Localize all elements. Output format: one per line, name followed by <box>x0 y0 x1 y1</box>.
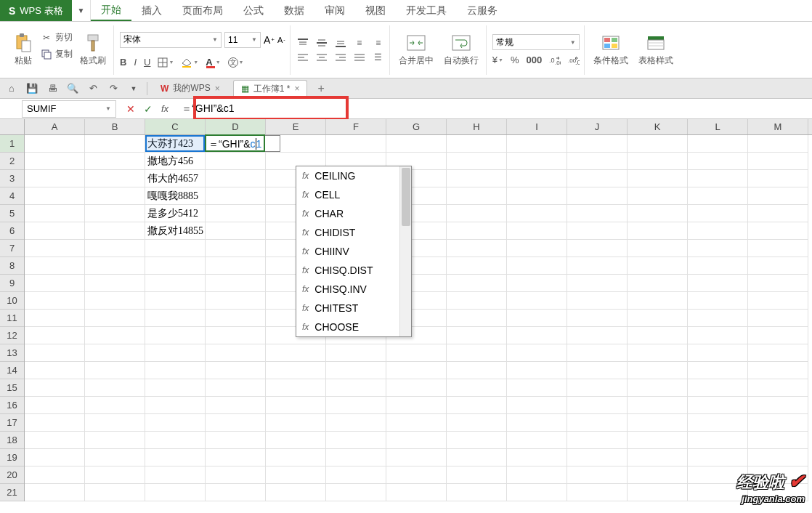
cell-K1[interactable] <box>628 135 688 153</box>
cell-L19[interactable] <box>688 449 748 466</box>
font-size-select[interactable]: 11▼ <box>224 32 261 48</box>
format-painter-button[interactable]: 格式刷 <box>77 31 109 68</box>
merge-center-button[interactable]: 合并居中 <box>396 31 437 68</box>
cell-E21[interactable] <box>266 484 326 501</box>
cell-J1[interactable] <box>567 135 628 153</box>
border-button[interactable]: ▼ <box>158 57 174 68</box>
cell-L8[interactable] <box>688 257 748 275</box>
col-header-L[interactable]: L <box>688 119 748 134</box>
align-right-button[interactable] <box>334 52 347 62</box>
cell-A19[interactable] <box>25 449 85 466</box>
row-header-20[interactable]: 20 <box>0 466 24 484</box>
cut-button[interactable]: ✂ 剪切 <box>41 31 73 44</box>
cell-C20[interactable] <box>145 466 206 484</box>
cell-E15[interactable] <box>266 379 326 397</box>
cell-H10[interactable] <box>447 292 507 310</box>
cell-K6[interactable] <box>628 222 688 240</box>
col-header-I[interactable]: I <box>507 119 567 134</box>
cell-D19[interactable] <box>206 449 266 466</box>
qat-undo-icon[interactable]: ↶ <box>86 81 100 96</box>
cell-C15[interactable] <box>145 379 206 397</box>
cell-A3[interactable] <box>25 170 85 187</box>
fx-button[interactable]: fx <box>161 103 169 114</box>
cell-I7[interactable] <box>507 240 567 257</box>
cell-L12[interactable] <box>688 327 748 344</box>
cell-B17[interactable] <box>85 414 145 432</box>
row-header-9[interactable]: 9 <box>0 275 24 292</box>
cell-G17[interactable] <box>386 414 447 432</box>
function-autocomplete[interactable]: fxCEILINGfxCELLfxCHARfxCHIDISTfxCHIINVfx… <box>296 166 412 337</box>
ac-item-chitest[interactable]: fxCHITEST <box>296 299 411 318</box>
row-header-11[interactable]: 11 <box>0 310 24 327</box>
app-menu-caret[interactable]: ▼ <box>72 0 92 21</box>
cell-C10[interactable] <box>145 292 206 310</box>
cell-D4[interactable] <box>206 187 266 205</box>
comma-button[interactable]: 000 <box>526 54 542 65</box>
cell-M17[interactable] <box>748 414 808 432</box>
cell-E14[interactable] <box>266 362 326 379</box>
cell-A6[interactable] <box>25 222 85 240</box>
cell-H1[interactable] <box>447 135 507 153</box>
decrease-decimal-button[interactable]: .00.0 <box>568 55 580 65</box>
circled-text-button[interactable]: 文 ▼ <box>228 57 244 68</box>
cell-J14[interactable] <box>567 362 628 379</box>
currency-button[interactable]: ¥▼ <box>492 54 503 65</box>
cell-I10[interactable] <box>507 292 567 310</box>
row-header-14[interactable]: 14 <box>0 362 24 379</box>
copy-button[interactable]: 复制 <box>41 48 73 60</box>
cell-G14[interactable] <box>386 362 447 379</box>
cell-B3[interactable] <box>85 170 145 187</box>
cell-M2[interactable] <box>748 153 808 170</box>
cell-D16[interactable] <box>206 397 266 414</box>
qat-more-caret[interactable]: ▼ <box>126 81 141 96</box>
cell-K3[interactable] <box>628 170 688 187</box>
cell-K17[interactable] <box>628 414 688 432</box>
cell-M13[interactable] <box>748 344 808 362</box>
cells-area[interactable]: 大苏打423撒地方456伟大的4657嘎嘎我8885是多少5412撒反对1485… <box>25 135 812 501</box>
cell-J2[interactable] <box>567 153 628 170</box>
name-box[interactable]: SUMIF ▼ <box>22 100 116 118</box>
cell-H14[interactable] <box>447 362 507 379</box>
close-icon[interactable]: × <box>294 84 299 94</box>
cell-A12[interactable] <box>25 327 85 344</box>
cell-C9[interactable] <box>145 275 206 292</box>
cell-D9[interactable] <box>206 275 266 292</box>
cell-H19[interactable] <box>447 449 507 466</box>
bold-button[interactable]: B <box>120 57 126 68</box>
cell-M5[interactable] <box>748 205 808 222</box>
cell-K15[interactable] <box>628 379 688 397</box>
cell-I18[interactable] <box>507 432 567 449</box>
row-header-2[interactable]: 2 <box>0 153 24 170</box>
col-header-H[interactable]: H <box>447 119 507 134</box>
cell-D3[interactable] <box>206 170 266 187</box>
cell-A8[interactable] <box>25 257 85 275</box>
cell-H4[interactable] <box>447 187 507 205</box>
cell-A21[interactable] <box>25 484 85 501</box>
row-header-15[interactable]: 15 <box>0 379 24 397</box>
tab-review[interactable]: 审阅 <box>314 0 355 21</box>
cell-F17[interactable] <box>326 414 386 432</box>
cell-H15[interactable] <box>447 379 507 397</box>
cell-I4[interactable] <box>507 187 567 205</box>
cell-G20[interactable] <box>386 466 447 484</box>
row-header-5[interactable]: 5 <box>0 205 24 222</box>
cell-C3[interactable]: 伟大的4657 <box>145 170 206 187</box>
row-header-1[interactable]: 1 <box>0 135 24 153</box>
cell-A7[interactable] <box>25 240 85 257</box>
cell-M3[interactable] <box>748 170 808 187</box>
number-format-select[interactable]: 常规▼ <box>492 34 580 50</box>
doc-tab-mywps[interactable]: W 我的WPS × <box>153 80 227 97</box>
cell-J3[interactable] <box>567 170 628 187</box>
cell-C7[interactable] <box>145 240 206 257</box>
cell-H2[interactable] <box>447 153 507 170</box>
cell-K16[interactable] <box>628 397 688 414</box>
qat-redo-icon[interactable]: ↷ <box>106 81 121 96</box>
cell-L10[interactable] <box>688 292 748 310</box>
cell-M12[interactable] <box>748 327 808 344</box>
cell-I19[interactable] <box>507 449 567 466</box>
table-style-button[interactable]: 表格样式 <box>636 31 676 68</box>
cell-J15[interactable] <box>567 379 628 397</box>
cell-D14[interactable] <box>206 362 266 379</box>
cell-B16[interactable] <box>85 397 145 414</box>
cell-B15[interactable] <box>85 379 145 397</box>
